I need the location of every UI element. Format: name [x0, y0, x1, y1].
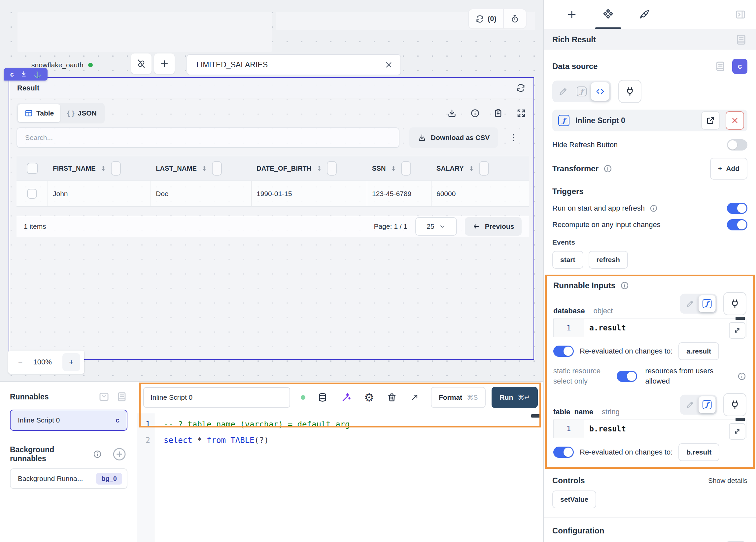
code-area[interactable]: 1 2 -- ? table_name (varchar) = default …: [137, 413, 543, 542]
reevaluate-toggle[interactable]: [553, 346, 574, 357]
column-pill[interactable]: [479, 161, 489, 176]
clear-icon[interactable]: [384, 60, 393, 69]
docs-icon[interactable]: [735, 33, 747, 46]
column-pill[interactable]: [401, 161, 411, 176]
table-row[interactable]: John Doe 1990-01-15 123-45-6789 60000: [17, 181, 529, 207]
widget-refresh-icon[interactable]: [516, 83, 526, 93]
remove-source-button[interactable]: [726, 111, 744, 130]
trash-icon[interactable]: [387, 392, 397, 403]
static-mode-option[interactable]: [681, 295, 699, 312]
kebab-menu-icon[interactable]: [508, 133, 518, 143]
copy-clipboard-icon[interactable]: [493, 108, 503, 118]
tab-add-component[interactable]: [554, 0, 590, 29]
background-runnable-item[interactable]: Background Runna... bg_0: [10, 468, 127, 489]
script-name-input[interactable]: Inline Script 0: [143, 387, 290, 408]
gear-icon[interactable]: ⚙: [364, 392, 374, 403]
select-all-checkbox[interactable]: [27, 163, 38, 174]
add-transformer-button[interactable]: +Add: [710, 158, 747, 180]
function-mode-option[interactable]: ƒ: [699, 396, 716, 413]
column-header[interactable]: SALARY: [431, 156, 529, 181]
table-name-input[interactable]: LIMITED_SALARIES: [187, 54, 401, 75]
connect-resource-button[interactable]: [723, 393, 746, 416]
row-checkbox[interactable]: [27, 189, 37, 199]
refresh-queries-button[interactable]: (0): [469, 9, 503, 28]
hide-refresh-toggle[interactable]: [727, 139, 747, 151]
resources-from-users-toggle[interactable]: [617, 371, 637, 382]
magic-wand-icon[interactable]: [341, 392, 352, 403]
control-chip-setvalue[interactable]: setValue: [552, 491, 596, 508]
runnable-item-inline-script-0[interactable]: Inline Script 0 c: [10, 410, 127, 431]
info-icon[interactable]: [470, 108, 480, 118]
download-csv-button[interactable]: Download as CSV: [409, 127, 498, 148]
info-icon[interactable]: [649, 204, 658, 213]
tab-json[interactable]: { } JSON: [60, 104, 103, 122]
format-button[interactable]: Format ⌘S: [431, 387, 486, 408]
add-button[interactable]: [154, 53, 175, 74]
run-button[interactable]: Run ⌘↵: [492, 387, 538, 408]
info-icon[interactable]: [737, 372, 746, 381]
download-icon[interactable]: [447, 108, 457, 118]
sort-icon[interactable]: [100, 165, 107, 172]
sort-icon[interactable]: [201, 165, 208, 172]
info-icon[interactable]: [93, 450, 102, 459]
search-input[interactable]: Search...: [17, 127, 399, 148]
column-pill[interactable]: [111, 161, 121, 176]
show-details-link[interactable]: Show details: [708, 477, 747, 485]
code-mode-option[interactable]: [591, 82, 609, 101]
reevaluate-toggle[interactable]: [553, 447, 574, 458]
rich-result-widget[interactable]: Result Table { } JSON: [9, 77, 534, 360]
event-chip-start[interactable]: start: [552, 251, 583, 269]
data-source-chip[interactable]: ƒ Inline Script 0: [552, 110, 747, 131]
column-header[interactable]: DATE_OF_BIRTH: [252, 156, 367, 181]
expand-editor-button[interactable]: [729, 322, 745, 339]
column-header[interactable]: SSN: [367, 156, 431, 181]
docs-icon[interactable]: [714, 60, 726, 72]
column-pill[interactable]: [327, 161, 337, 176]
sql-code[interactable]: -- ? table_name (varchar) = default arg …: [155, 413, 350, 542]
fullscreen-icon[interactable]: [516, 108, 526, 118]
expand-editor-button[interactable]: [729, 423, 745, 440]
zoom-in-button[interactable]: +: [62, 353, 80, 371]
reevaluate-target-chip[interactable]: a.result: [678, 342, 719, 360]
collapse-panel-icon[interactable]: [735, 9, 746, 20]
run-on-start-toggle[interactable]: [727, 203, 747, 214]
unlink-button[interactable]: [131, 53, 152, 74]
column-pill[interactable]: [212, 161, 222, 176]
add-background-runnable-button[interactable]: [111, 446, 127, 463]
tab-components[interactable]: [590, 0, 626, 29]
static-mode-option[interactable]: [681, 396, 699, 413]
recompute-toggle[interactable]: [727, 219, 747, 230]
function-mode-option[interactable]: ƒ: [572, 82, 591, 101]
widget-placeholder-1[interactable]: [17, 12, 272, 52]
list-icon[interactable]: [116, 391, 127, 402]
zoom-out-button[interactable]: −: [18, 358, 22, 367]
sort-icon[interactable]: [468, 165, 475, 172]
column-header[interactable]: FIRST_NAME: [48, 156, 151, 181]
info-icon[interactable]: [620, 281, 629, 290]
sort-icon[interactable]: [316, 165, 323, 172]
connect-resource-button[interactable]: [618, 80, 641, 103]
table-name-input-editor[interactable]: 1 b.result: [553, 420, 746, 438]
tab-styling[interactable]: [626, 0, 663, 29]
sort-icon[interactable]: [390, 165, 397, 172]
event-chip-refresh[interactable]: refresh: [589, 251, 628, 269]
editor-scrollbar-thumb[interactable]: [531, 414, 541, 418]
widget-drag-handle[interactable]: c ⚓: [4, 68, 48, 81]
reevaluate-target-chip[interactable]: b.result: [678, 443, 719, 461]
info-icon[interactable]: [603, 164, 612, 173]
anchor-icon[interactable]: ⚓: [33, 71, 41, 78]
previous-page-button[interactable]: Previous: [465, 217, 522, 236]
tab-table[interactable]: Table: [18, 104, 60, 122]
inbox-icon[interactable]: [98, 391, 110, 402]
database-input-editor[interactable]: 1 a.result: [553, 319, 746, 337]
expand-editor-icon[interactable]: [410, 392, 420, 402]
column-header[interactable]: LAST_NAME: [151, 156, 252, 181]
move-down-icon[interactable]: [20, 71, 27, 78]
connect-resource-button[interactable]: [723, 292, 746, 315]
static-mode-option[interactable]: [554, 82, 572, 101]
page-size-select[interactable]: 25: [415, 217, 457, 236]
database-icon[interactable]: [317, 392, 328, 403]
history-button[interactable]: [503, 9, 526, 28]
function-mode-option[interactable]: ƒ: [699, 295, 716, 312]
open-script-button[interactable]: [701, 111, 720, 130]
